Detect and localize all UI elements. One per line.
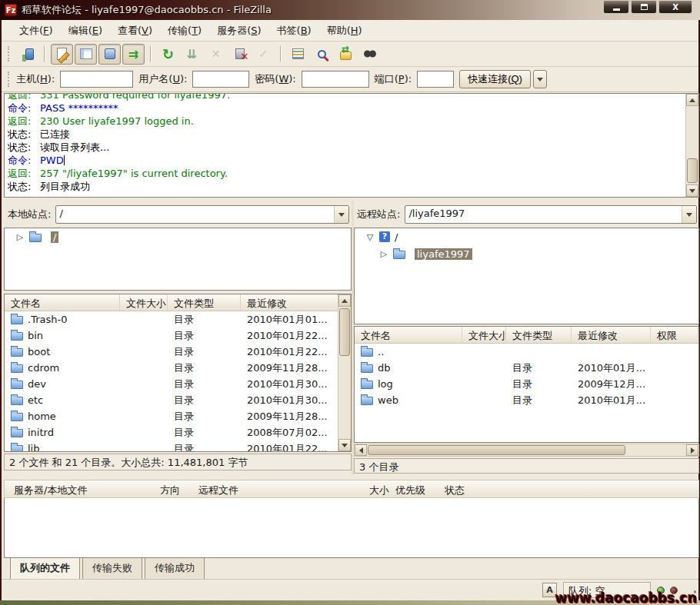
local-file-list[interactable]: 文件名文件大小文件类型最近修改 .Trash-0 目录 2010年01月01..… xyxy=(4,294,352,452)
port-label: 端口(P): xyxy=(375,72,412,86)
web[interactable]: web 目录 2010年01月... xyxy=(355,392,698,408)
combo-dropdown-button[interactable] xyxy=(682,206,696,223)
menu-item[interactable]: 查看(V) xyxy=(111,21,159,41)
quickconnect-button[interactable]: 快速连接(Q) xyxy=(459,70,531,88)
queue-tab[interactable]: 传输成功 xyxy=(145,558,205,580)
disconnect-button[interactable] xyxy=(228,44,251,65)
remote-file-list[interactable]: 文件名文件大小文件类型最近修改权限 .. db 目录 2010年01月... l… xyxy=(354,326,699,443)
message-log[interactable]: 返回:331 Password required for liyafe1997.… xyxy=(4,93,699,198)
menu-item[interactable]: 编辑(E) xyxy=(62,21,109,41)
initrd[interactable]: initrd 目录 2008年07月02... xyxy=(5,424,351,440)
arrow-up-icon xyxy=(689,98,695,102)
menu-item[interactable]: 文件(F) xyxy=(12,21,60,41)
toggle-queue-button[interactable] xyxy=(122,44,145,65)
dev[interactable]: dev 目录 2010年01月30... xyxy=(5,376,351,392)
db[interactable]: db 目录 2010年01月... xyxy=(355,360,698,376)
scroll-right-button[interactable] xyxy=(686,444,698,456)
bin[interactable]: bin 目录 2010年01月22... xyxy=(5,327,351,344)
scroll-down-button[interactable] xyxy=(686,184,698,197)
find-button[interactable] xyxy=(358,44,381,65)
quickconnect-dropdown-button[interactable] xyxy=(533,70,547,88)
menu-item[interactable]: 服务器(S) xyxy=(210,21,268,41)
tree-item-child[interactable]: ▷ liyafe1997 xyxy=(355,245,698,262)
password-input[interactable] xyxy=(302,71,369,88)
local-list-scrollbar[interactable] xyxy=(338,294,351,451)
menu-item[interactable]: 书签(B) xyxy=(270,21,318,41)
maximize-button[interactable] xyxy=(631,1,657,14)
process-queue-button[interactable] xyxy=(181,44,203,65)
etc[interactable]: etc 目录 2010年01月30... xyxy=(5,392,351,408)
column-header[interactable]: 文件名 xyxy=(355,327,462,343)
column-header[interactable]: 文件大小 xyxy=(120,294,168,311)
local-site-combo[interactable]: / xyxy=(55,205,349,224)
cancel-operation-button[interactable] xyxy=(205,44,227,65)
queue-tab[interactable]: 队列的文件 xyxy=(10,558,80,581)
column-header[interactable]: 最近修改 xyxy=(572,327,651,343)
collapse-icon[interactable]: ▽ xyxy=(365,232,375,242)
column-header[interactable]: 权限 xyxy=(651,327,698,343)
username-input[interactable] xyxy=(192,71,249,88)
toggle-local-tree-button[interactable] xyxy=(75,44,97,65)
local-list-header: 文件名文件大小文件类型最近修改 xyxy=(5,294,351,311)
toggle-remote-tree-button[interactable] xyxy=(98,44,121,65)
combo-dropdown-button[interactable] xyxy=(334,206,348,223)
log-scrollbar[interactable] xyxy=(685,94,698,197)
.Trash-0[interactable]: .Trash-0 目录 2010年01月01... xyxy=(5,311,351,327)
local-root-label[interactable]: / xyxy=(51,231,58,243)
tree-item-root[interactable]: ▷ / xyxy=(5,228,351,245)
column-header[interactable]: 文件大小 xyxy=(462,327,506,343)
boot[interactable]: boot 目录 2010年01月22... xyxy=(5,344,351,360)
column-header[interactable]: 服务器/本地文件 xyxy=(14,481,160,497)
home[interactable]: home 目录 2009年11月28... xyxy=(5,408,351,424)
remote-site-combo[interactable]: /liyafe1997 xyxy=(405,205,697,224)
refresh-button[interactable] xyxy=(157,44,179,65)
port-input[interactable] xyxy=(417,71,454,88)
expand-icon[interactable]: ▷ xyxy=(379,249,388,259)
maximize-icon xyxy=(641,4,648,10)
menu-item[interactable]: 帮助(H) xyxy=(320,21,369,41)
titlebar[interactable]: Fz 稻草软件论坛 - liyafe1997@daocaobbs.cn - Fi… xyxy=(0,0,700,20)
scrollbar-thumb[interactable] xyxy=(687,158,698,183)
minimize-button[interactable] xyxy=(603,1,629,14)
remote-child-label[interactable]: liyafe1997 xyxy=(415,248,472,260)
menu-item[interactable]: 传输(T) xyxy=(161,21,208,41)
scroll-up-button[interactable] xyxy=(686,94,698,106)
remote-status-text: 3 个目录 xyxy=(354,458,699,474)
column-header[interactable]: 文件类型 xyxy=(506,327,572,343)
log[interactable]: log 目录 2009年12月... xyxy=(355,376,698,392)
column-header[interactable]: 状态 xyxy=(445,481,698,497)
directory-comparison-button[interactable] xyxy=(287,44,309,65)
scrollbar-thumb[interactable] xyxy=(339,308,350,356)
column-header[interactable]: 远程文件 xyxy=(198,481,369,497)
close-button[interactable]: X xyxy=(658,1,692,14)
column-header[interactable]: 优先级 xyxy=(395,481,445,497)
folder-icon xyxy=(11,413,23,421)
host-input[interactable] xyxy=(60,71,133,88)
transfer-queue[interactable] xyxy=(4,498,699,558)
column-header[interactable]: 文件类型 xyxy=(168,294,241,311)
reconnect-button[interactable] xyxy=(252,44,275,65)
cdrom[interactable]: cdrom 目录 2009年11月28... xyxy=(5,360,351,376)
column-header[interactable]: 文件名 xyxy=(5,294,120,311)
scroll-left-button[interactable] xyxy=(355,444,367,456)
scroll-down-button[interactable] xyxy=(338,439,351,451)
local-directory-tree[interactable]: ▷ / xyxy=(4,228,352,291)
remote-list-hscrollbar[interactable] xyxy=(354,444,699,457)
remote-directory-tree[interactable]: ▽ ? / ▷ liyafe1997 xyxy=(354,228,699,324)
tree-item-root[interactable]: ▽ ? / xyxy=(355,228,698,245)
username-label: 用户名(U): xyxy=(138,72,187,86)
..[interactable]: .. xyxy=(355,344,698,360)
toggle-message-log-button[interactable] xyxy=(51,44,73,65)
column-header[interactable]: 方向 xyxy=(160,481,198,497)
column-header[interactable]: 大小 xyxy=(369,481,395,497)
expand-icon[interactable]: ▷ xyxy=(15,232,25,242)
column-header[interactable]: 最近修改 xyxy=(241,294,351,311)
scrollbar-thumb[interactable] xyxy=(368,445,625,455)
remote-root-label[interactable]: / xyxy=(395,231,398,243)
lib[interactable]: lib 目录 2010年01月22... xyxy=(5,440,351,452)
queue-tab[interactable]: 传输失败 xyxy=(82,558,142,580)
synchronized-browsing-button[interactable] xyxy=(335,44,357,65)
site-manager-button[interactable] xyxy=(16,44,38,65)
filter-button[interactable] xyxy=(311,44,333,65)
scroll-up-button[interactable] xyxy=(338,294,351,307)
